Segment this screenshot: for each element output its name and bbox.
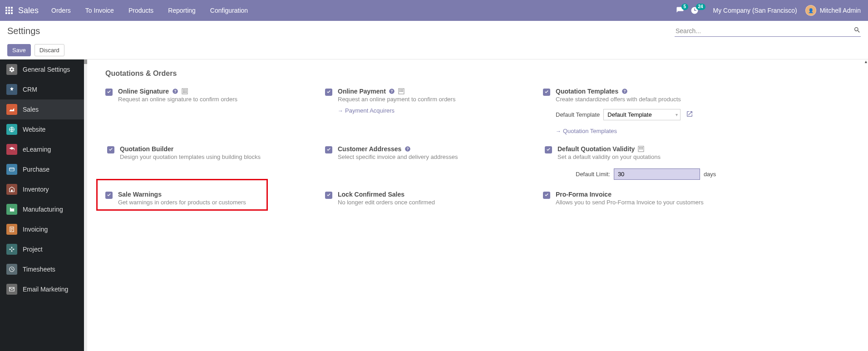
checkbox-sale-warnings[interactable] xyxy=(105,192,113,199)
setting-desc: Design your quotation templates using bu… xyxy=(120,153,325,160)
sidebar-item-invoicing[interactable]: Invoicing xyxy=(0,219,84,239)
svg-rect-44 xyxy=(639,148,640,149)
link-quotation-templates[interactable]: → Quotation Templates xyxy=(556,128,761,134)
checkbox-online-payment[interactable] xyxy=(325,89,332,96)
discuss-count: 5 xyxy=(681,4,689,10)
checkbox-customer-addresses[interactable] xyxy=(325,146,332,153)
svg-rect-18 xyxy=(183,89,184,90)
app-title[interactable]: Sales xyxy=(18,6,39,15)
sidebar-item-label: CRM xyxy=(23,86,37,93)
search-icon[interactable] xyxy=(853,26,861,35)
setting-label: Default Quotation Validity xyxy=(557,145,635,153)
checkbox-proforma[interactable] xyxy=(543,192,550,199)
setting-desc: Get warnings in orders for products or c… xyxy=(118,199,323,206)
sidebar-item-manufacturing[interactable]: Manufacturing xyxy=(0,199,84,219)
sidebar-item-elearning[interactable]: eLearning xyxy=(0,139,84,159)
section-title: Quotations & Orders xyxy=(105,69,850,78)
svg-text:?: ? xyxy=(174,89,176,94)
setting-customer-addresses: Customer Addresses ? Select specific inv… xyxy=(325,143,543,189)
menu-orders[interactable]: Orders xyxy=(51,7,71,14)
apps-icon[interactable] xyxy=(0,7,18,14)
help-icon[interactable]: ? xyxy=(621,88,628,95)
svg-text:?: ? xyxy=(391,89,393,94)
inventory-icon xyxy=(6,184,17,195)
default-template-input[interactable] xyxy=(603,109,681,120)
sidebar-scroll-handle[interactable] xyxy=(84,59,87,351)
menu-products[interactable]: Products xyxy=(128,7,153,14)
svg-rect-34 xyxy=(401,91,402,92)
sidebar-item-sales[interactable]: Sales xyxy=(0,99,84,119)
help-icon[interactable]: ? xyxy=(389,88,395,95)
discuss-icon[interactable]: 5 xyxy=(676,6,684,15)
sidebar-item-general[interactable]: General Settings xyxy=(0,59,84,79)
menu-to-invoice[interactable]: To Invoice xyxy=(85,7,114,14)
svg-rect-42 xyxy=(641,147,641,148)
svg-rect-41 xyxy=(639,147,640,148)
save-button[interactable]: Save xyxy=(7,44,31,56)
sidebar-item-label: Purchase xyxy=(23,166,49,173)
scroll-up-arrow[interactable]: ▲ xyxy=(864,59,868,64)
sidebar-item-website[interactable]: Website xyxy=(0,119,84,139)
svg-rect-32 xyxy=(402,89,403,90)
user-menu[interactable]: 👤 Mitchell Admin xyxy=(805,5,861,16)
website-icon xyxy=(6,124,17,135)
default-limit-input[interactable] xyxy=(614,168,700,180)
setting-quotation-builder: Quotation Builder Design your quotation … xyxy=(107,143,325,189)
main-area: General SettingsCRMSalesWebsiteeLearning… xyxy=(0,59,868,351)
avatar: 👤 xyxy=(805,5,816,16)
svg-rect-4 xyxy=(8,10,10,11)
svg-rect-43 xyxy=(642,147,643,148)
sidebar-item-timesheets[interactable]: Timesheets xyxy=(0,259,84,279)
svg-rect-5 xyxy=(11,10,13,11)
svg-rect-30 xyxy=(399,89,400,90)
sidebar-item-label: General Settings xyxy=(23,66,70,73)
external-link-icon[interactable] xyxy=(686,110,693,119)
svg-rect-7 xyxy=(8,12,10,14)
help-icon[interactable]: ? xyxy=(172,88,178,95)
setting-quotation-templates: Quotation Templates ? Create standardize… xyxy=(543,86,761,143)
link-payment-acquirers[interactable]: → Payment Acquirers xyxy=(338,107,543,114)
page-title: Settings xyxy=(7,26,40,36)
checkbox-default-validity[interactable] xyxy=(545,146,552,153)
sidebar-item-email_marketing[interactable]: Email Marketing xyxy=(0,279,84,299)
user-name: Mitchell Admin xyxy=(820,7,861,14)
checkbox-online-signature[interactable] xyxy=(105,89,113,96)
svg-rect-11 xyxy=(11,190,13,192)
general-icon xyxy=(6,64,17,75)
arrow-right-icon: → xyxy=(556,128,561,134)
control-panel: Settings Save Discard xyxy=(0,21,868,59)
activity-icon[interactable]: 24 xyxy=(690,6,699,15)
search-input[interactable] xyxy=(675,25,861,37)
setting-desc: Allows you to send Pro-Forma Invoice to … xyxy=(556,199,761,206)
default-limit-label: Default Limit: xyxy=(576,171,610,178)
menu-reporting[interactable]: Reporting xyxy=(168,7,196,14)
svg-rect-26 xyxy=(186,92,187,93)
discard-button[interactable]: Discard xyxy=(35,44,64,56)
activity-count: 24 xyxy=(696,4,705,10)
svg-rect-45 xyxy=(641,148,641,149)
setting-label: Pro-Forma Invoice xyxy=(556,191,612,198)
search-box xyxy=(675,25,861,37)
sidebar-item-label: eLearning xyxy=(23,146,51,153)
top-nav: Sales Orders To Invoice Products Reporti… xyxy=(0,0,868,21)
menu-configuration[interactable]: Configuration xyxy=(210,7,248,14)
sidebar-item-crm[interactable]: CRM xyxy=(0,79,84,99)
svg-rect-21 xyxy=(183,91,184,92)
sidebar-item-inventory[interactable]: Inventory xyxy=(0,179,84,199)
checkbox-quotation-templates[interactable] xyxy=(543,89,550,96)
checkbox-lock-confirmed[interactable] xyxy=(325,192,332,199)
manufacturing-icon xyxy=(6,204,17,215)
enterprise-icon[interactable] xyxy=(181,88,188,95)
help-icon[interactable]: ? xyxy=(404,146,411,153)
sidebar-item-project[interactable]: Project xyxy=(0,239,84,259)
enterprise-icon[interactable] xyxy=(637,146,644,153)
timesheets-icon xyxy=(6,264,17,275)
checkbox-quotation-builder[interactable] xyxy=(107,146,114,153)
setting-sale-warnings: Sale Warnings Get warnings in orders for… xyxy=(105,189,323,215)
purchase-icon xyxy=(6,164,17,175)
enterprise-icon[interactable] xyxy=(398,88,405,95)
setting-default-validity: Default Quotation Validity Set a default… xyxy=(545,143,763,189)
company-switcher[interactable]: My Company (San Francisco) xyxy=(713,7,797,14)
svg-rect-46 xyxy=(642,148,643,149)
sidebar-item-purchase[interactable]: Purchase xyxy=(0,159,84,179)
